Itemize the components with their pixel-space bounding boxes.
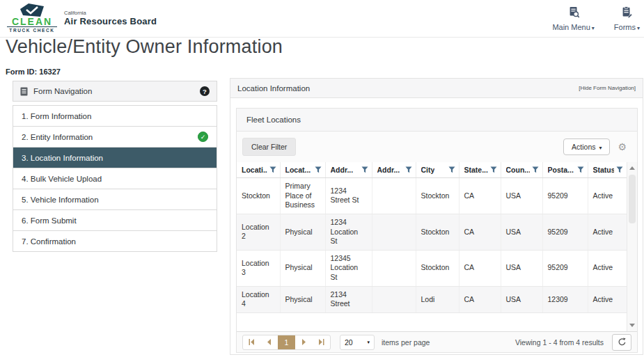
vertical-scrollbar[interactable] (627, 162, 637, 331)
filter-icon[interactable] (490, 166, 497, 173)
column-header-status[interactable]: Status (588, 162, 627, 178)
sidebar-item-bulk-vehicle-upload[interactable]: 4. Bulk Vehicle Upload (13, 168, 217, 189)
cell-state: CA (459, 286, 501, 312)
clear-filter-button[interactable]: Clear Filter (242, 138, 296, 156)
table-row[interactable]: Stockton Primary Place of Business 1234 … (237, 178, 627, 214)
sidebar-item-entity-information[interactable]: 2. Entity Information ✓ (13, 127, 217, 148)
last-page-icon (318, 339, 324, 345)
filter-icon[interactable] (532, 166, 539, 173)
table-row[interactable]: Location 3 Physical 12345 Location St St… (237, 250, 627, 286)
form-navigation-list: 1. Form Information 2. Entity Informatio… (13, 105, 217, 252)
sidebar-item-form-submit[interactable]: 6. Form Submit (13, 210, 217, 231)
filter-icon[interactable] (315, 166, 322, 173)
caret-down-icon: ▾ (599, 145, 602, 151)
sidebar-item-label: 2. Entity Information (22, 133, 93, 141)
panel-title: Location Information (237, 84, 310, 93)
page-size-select[interactable]: 20 ▾ (340, 335, 375, 350)
forms-menu-label: Forms (614, 23, 636, 31)
cell-state: CA (459, 178, 501, 214)
actions-label: Actions (572, 143, 595, 151)
first-page-button[interactable] (243, 335, 260, 350)
main-menu-button[interactable]: Main Menu▾ (552, 6, 594, 33)
truck-check-emblem-icon (18, 3, 46, 17)
column-header-city[interactable]: City (416, 162, 459, 178)
fleet-locations-card: Fleet Locations Clear Filter Actions ▾ ⚙ (236, 108, 638, 353)
filter-icon[interactable] (448, 166, 455, 173)
previous-page-icon (267, 339, 272, 345)
cell-status: Active (588, 286, 627, 312)
agency-state-label: California (64, 10, 157, 16)
scroll-down-icon[interactable] (629, 324, 635, 327)
table-row[interactable]: Location 2 Physical 1234 Location St Sto… (237, 214, 627, 250)
filter-icon[interactable] (577, 166, 584, 173)
page-number-button[interactable]: 1 (278, 335, 295, 350)
scroll-up-icon[interactable] (629, 166, 635, 170)
filter-icon[interactable] (405, 166, 412, 173)
sidebar-item-form-information[interactable]: 1. Form Information (13, 106, 217, 127)
cell-address2 (372, 214, 416, 250)
brand-logo: CLEAN TRUCK CHECK California Air Resourc… (7, 3, 157, 33)
column-header-country[interactable]: Coun... (501, 162, 542, 178)
viewing-results-label: Viewing 1 - 4 from 4 results (515, 338, 604, 347)
cell-address1: 12345 Location St (325, 250, 372, 286)
help-icon[interactable]: ? (200, 86, 210, 96)
refresh-button[interactable] (612, 334, 631, 351)
form-navigation-sidebar: Form Navigation ? 1. Form Information 2.… (13, 81, 217, 252)
filter-icon[interactable] (361, 166, 368, 173)
actions-button[interactable]: Actions ▾ (563, 138, 610, 155)
cell-city: Lodi (416, 286, 459, 312)
column-header-address2[interactable]: Addr... (372, 162, 416, 178)
caret-down-icon: ▾ (367, 340, 370, 345)
column-header-location-type[interactable]: Locat... (280, 162, 325, 178)
forms-menu-button[interactable]: Forms▾ (614, 6, 640, 33)
column-label: Posta... (548, 166, 574, 174)
column-label: Addr... (377, 166, 400, 174)
sidebar-item-label: 6. Form Submit (22, 216, 77, 225)
cell-location-name: Location 3 (237, 250, 280, 286)
previous-page-button[interactable] (260, 335, 278, 350)
sidebar-item-label: 5. Vehicle Information (22, 196, 99, 204)
logo-text-clean: CLEAN (7, 17, 57, 26)
refresh-icon (618, 338, 627, 347)
cell-location-type: Physical (280, 214, 325, 250)
column-label: Status (593, 166, 615, 174)
sidebar-item-label: 4. Bulk Vehicle Upload (22, 175, 102, 183)
sidebar-item-confirmation[interactable]: 7. Confirmation (13, 231, 217, 252)
sidebar-item-location-information[interactable]: 3. Location Information (13, 148, 217, 168)
form-id-label: Form ID: 16327 (6, 68, 61, 76)
cell-address1: 1234 Street St (325, 178, 372, 214)
filter-icon[interactable] (269, 166, 276, 173)
scrollbar-thumb[interactable] (629, 175, 636, 223)
sidebar-item-label: 7. Confirmation (22, 237, 76, 246)
cell-location-type: Primary Place of Business (280, 178, 325, 214)
cell-postal: 95209 (542, 214, 588, 250)
column-header-state[interactable]: State... (459, 162, 501, 178)
column-label: Locati... (242, 166, 267, 174)
complete-check-icon: ✓ (198, 132, 208, 142)
hide-form-navigation-link[interactable]: [Hide Form Navigation] (579, 85, 636, 91)
fleet-locations-header: Fleet Locations (237, 109, 637, 132)
cell-address2 (372, 250, 416, 286)
cell-country: USA (501, 250, 542, 286)
last-page-button[interactable] (313, 335, 330, 350)
column-header-postal[interactable]: Posta... (542, 162, 588, 178)
first-page-icon (249, 339, 255, 345)
agency-block: California Air Resources Board (64, 3, 157, 26)
column-header-location-name[interactable]: Locati... (237, 162, 280, 178)
chevron-down-icon: ▾ (637, 25, 640, 31)
filter-icon[interactable] (616, 166, 623, 173)
column-header-address1[interactable]: Addr... (325, 162, 372, 178)
cell-status: Active (588, 178, 627, 214)
form-navigation-title: Form Navigation (33, 87, 92, 95)
cell-address1: 1234 Location St (325, 214, 372, 250)
gear-icon[interactable]: ⚙ (618, 142, 627, 152)
sidebar-item-vehicle-information[interactable]: 5. Vehicle Information (13, 189, 217, 210)
cell-address2 (372, 286, 416, 312)
cell-state: CA (459, 250, 501, 286)
column-label: State... (464, 166, 488, 174)
next-page-button[interactable] (295, 335, 313, 350)
table-row[interactable]: Location 4 Physical 2134 Street Lodi CA … (237, 286, 627, 312)
clean-truck-check-logo: CLEAN TRUCK CHECK (7, 3, 57, 33)
items-per-page-label: items per page (382, 338, 430, 347)
table-header-row: Locati... Locat... Addr... Addr... City … (237, 162, 627, 178)
